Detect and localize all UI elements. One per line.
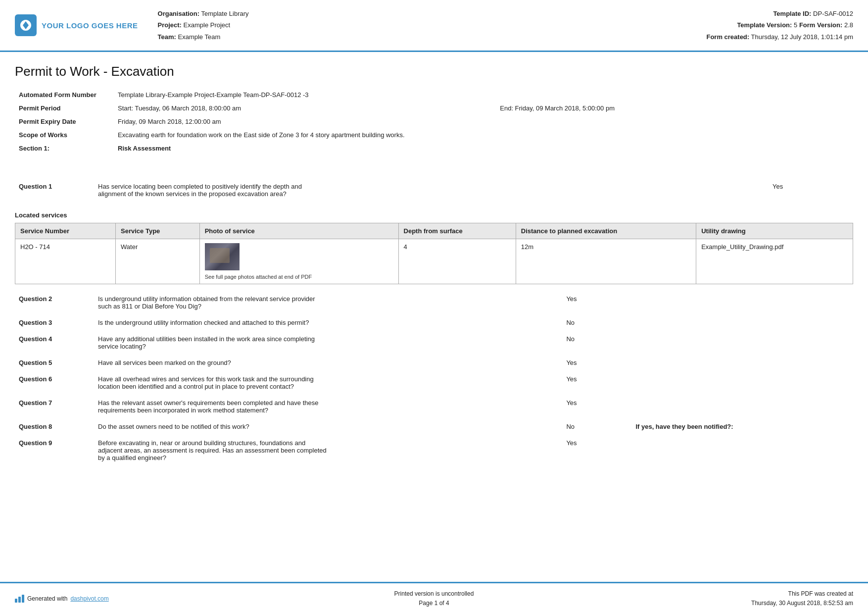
q2-row: Question 2 Is underground utility inform… — [15, 291, 853, 315]
q5-answer: Yes — [556, 355, 616, 371]
utility-drawing-value: Example_Utility_Drawing.pdf — [696, 239, 853, 284]
created-line2: Thursday, 30 August 2018, 8:52:53 am — [715, 599, 853, 608]
questions-table: Question 1 Has service locating been com… — [15, 179, 853, 205]
template-id-value: DP-SAF-0012 — [813, 10, 853, 17]
form-version-value: 2.8 — [844, 21, 853, 29]
q3-label: Question 3 — [15, 315, 94, 331]
question-1-table — [15, 160, 853, 176]
form-created-value: Thursday, 12 July 2018, 1:01:14 pm — [751, 33, 853, 41]
form-created-label: Form created: — [706, 33, 749, 41]
q1-label — [15, 160, 94, 168]
col-photo: Photo of service — [199, 223, 398, 239]
template-version-label: Template Version: — [737, 21, 792, 29]
page-header: YOUR LOGO GOES HERE Organisation: Templa… — [0, 0, 868, 52]
service-row-1: H2O - 714 Water See full page photos att… — [15, 239, 853, 284]
footer-left: Generated with dashpivot.com — [15, 595, 153, 603]
q7-row: Question 7 Has the relevant asset owner'… — [15, 395, 853, 419]
q1-label: Question 1 — [15, 179, 94, 205]
services-table: Service Number Service Type Photo of ser… — [15, 223, 853, 284]
services-header-row: Service Number Service Type Photo of ser… — [15, 223, 853, 239]
section-label: Section 1: — [15, 142, 114, 155]
depth-value: 4 — [398, 239, 516, 284]
section-row: Section 1: Risk Assessment — [15, 142, 853, 155]
dashpivot-icon — [15, 595, 24, 603]
permit-expiry-label: Permit Expiry Date — [15, 115, 114, 128]
q8-label: Question 8 — [15, 419, 94, 435]
col-utility-drawing: Utility drawing — [696, 223, 853, 239]
template-id-label: Template ID: — [773, 10, 811, 17]
question-1-data-row — [15, 168, 853, 176]
automated-form-label: Automated Form Number — [15, 88, 114, 102]
q4-row: Question 4 Have any additional utilities… — [15, 331, 853, 355]
service-number-value: H2O - 714 — [15, 239, 116, 284]
page-number: Page 1 of 4 — [153, 599, 715, 608]
q1-text: Has service locating been completed to p… — [94, 179, 769, 205]
header-meta: Organisation: Template Library Project: … — [138, 8, 695, 43]
q6-label: Question 6 — [15, 371, 94, 395]
q1-row: Question 1 Has service locating been com… — [15, 179, 853, 205]
org-value: Template Library — [201, 10, 248, 17]
q7-label: Question 7 — [15, 395, 94, 419]
permit-period-row: Permit Period Start: Tuesday, 06 March 2… — [15, 102, 853, 115]
service-type-value: Water — [116, 239, 200, 284]
q8-extra: If yes, have they been notified?: — [616, 419, 853, 435]
q2-label: Question 2 — [15, 291, 94, 315]
permit-expiry-row: Permit Expiry Date Friday, 09 March 2018… — [15, 115, 853, 128]
main-content: Permit to Work - Excavation Automated Fo… — [0, 52, 868, 519]
form-version-label: Form Version: — [799, 21, 842, 29]
permit-period-end: End: Friday, 09 March 2018, 5:00:00 pm — [496, 102, 853, 115]
automated-form-row: Automated Form Number Template Library-E… — [15, 88, 853, 102]
footer-center: Printed version is uncontrolled Page 1 o… — [153, 589, 715, 608]
q6-row: Question 6 Have all overhead wires and s… — [15, 371, 853, 395]
q7-answer: Yes — [556, 395, 616, 419]
col-service-number: Service Number — [15, 223, 116, 239]
q1-answer: Yes — [769, 179, 828, 205]
header-right: Template ID: DP-SAF-0012 Template Versio… — [695, 8, 853, 43]
col-distance: Distance to planned excavation — [516, 223, 696, 239]
scope-of-works-row: Scope of Works Excavating earth for foun… — [15, 128, 853, 142]
project-label: Project: — [158, 21, 182, 29]
q2-text: Is underground utility information obtai… — [94, 291, 556, 315]
uncontrolled-text: Printed version is uncontrolled — [153, 589, 715, 599]
located-services-title: Located services — [15, 211, 853, 219]
logo-text: YOUR LOGO GOES HERE — [42, 21, 138, 30]
q9-label: Question 9 — [15, 435, 94, 466]
q9-text: Before excavating in, near or around bui… — [94, 435, 556, 466]
q3-row: Question 3 Is the underground utility in… — [15, 315, 853, 331]
permit-period-label: Permit Period — [15, 102, 114, 115]
q4-text: Have any additional utilities been insta… — [94, 331, 556, 355]
form-fields-table: Automated Form Number Template Library-E… — [15, 88, 853, 155]
section-value: Risk Assessment — [114, 142, 853, 155]
q6-text: Have all overhead wires and services for… — [94, 371, 556, 395]
photo-cell: See full page photos attached at end of … — [199, 239, 398, 284]
distance-value: 12m — [516, 239, 696, 284]
q1-id — [15, 168, 94, 176]
photo-caption: See full page photos attached at end of … — [205, 274, 393, 280]
q5-text: Have all services been marked on the gro… — [94, 355, 556, 371]
col-depth: Depth from surface — [398, 223, 516, 239]
question-1-row — [15, 160, 853, 168]
q9-answer: Yes — [556, 435, 616, 466]
col-service-type: Service Type — [116, 223, 200, 239]
remaining-questions-table: Question 2 Is underground utility inform… — [15, 291, 853, 466]
photo-thumbnail — [205, 243, 240, 270]
project-value: Example Project — [184, 21, 231, 29]
q5-label: Question 5 — [15, 355, 94, 371]
q5-row: Question 5 Have all services been marked… — [15, 355, 853, 371]
page-footer: Generated with dashpivot.com Printed ver… — [0, 582, 868, 614]
q7-text: Has the relevant asset owner's requireme… — [94, 395, 556, 419]
scope-of-works-label: Scope of Works — [15, 128, 114, 142]
page-title: Permit to Work - Excavation — [15, 64, 853, 79]
automated-form-value: Template Library-Example Project-Example… — [114, 88, 853, 102]
q8-row: Question 8 Do the asset owners need to b… — [15, 419, 853, 435]
footer-right: This PDF was created at Thursday, 30 Aug… — [715, 589, 853, 608]
q9-row: Question 9 Before excavating in, near or… — [15, 435, 853, 466]
org-label: Organisation: — [158, 10, 200, 17]
generated-text: Generated with — [27, 595, 67, 602]
q3-answer: No — [556, 315, 616, 331]
q8-answer: No — [556, 419, 616, 435]
template-version-value: 5 — [794, 21, 797, 29]
generated-link[interactable]: dashpivot.com — [70, 595, 108, 602]
q8-text: Do the asset owners need to be notified … — [94, 419, 556, 435]
q4-answer: No — [556, 331, 616, 355]
